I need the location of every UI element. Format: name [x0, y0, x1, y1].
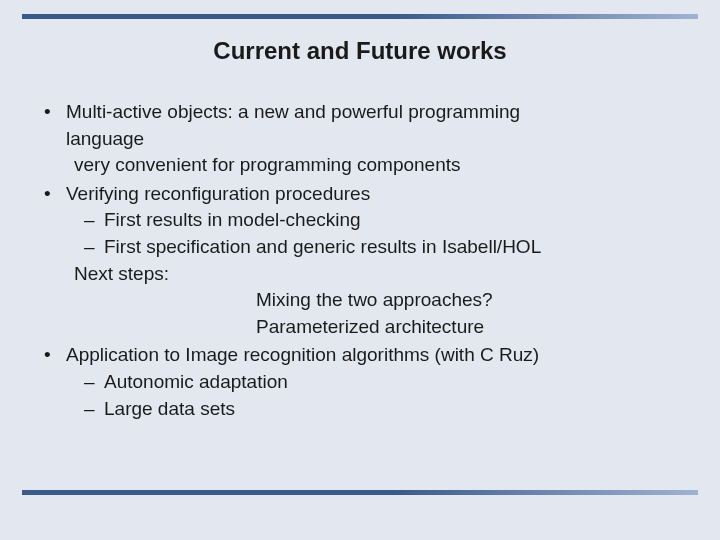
bullet-list: Multi-active objects: a new and powerful…: [22, 99, 698, 422]
centered-line: Mixing the two approaches?: [256, 287, 688, 314]
bullet-text: Application to Image recognition algorit…: [66, 344, 539, 365]
bottom-rule-wrap: [22, 490, 698, 495]
sub-list-item: First results in model-checking: [84, 207, 688, 234]
centered-line: Parameterized architecture: [256, 314, 688, 341]
list-item: Verifying reconfiguration procedures Fir…: [42, 181, 688, 341]
sub-list-item: First specification and generic results …: [84, 234, 688, 261]
bullet-continuation: very convenient for programming componen…: [66, 152, 688, 179]
bullet-text: Multi-active objects: a new and powerful…: [66, 101, 520, 122]
sub-list-item: Large data sets: [84, 396, 688, 423]
next-steps-label: Next steps:: [66, 263, 169, 284]
slide: Current and Future works Multi-active ob…: [0, 0, 720, 540]
bottom-rule: [22, 490, 698, 495]
sub-list: Autonomic adaptation Large data sets: [66, 369, 688, 422]
list-item: Application to Image recognition algorit…: [42, 342, 688, 422]
slide-title: Current and Future works: [22, 37, 698, 65]
sub-list-item: Autonomic adaptation: [84, 369, 688, 396]
sub-list: First results in model-checking First sp…: [66, 207, 688, 260]
top-rule: [22, 14, 698, 19]
bullet-text: language: [66, 128, 144, 149]
bullet-text: Verifying reconfiguration procedures: [66, 183, 370, 204]
list-item: Multi-active objects: a new and powerful…: [42, 99, 688, 179]
centered-lines: Mixing the two approaches? Parameterized…: [66, 287, 688, 340]
